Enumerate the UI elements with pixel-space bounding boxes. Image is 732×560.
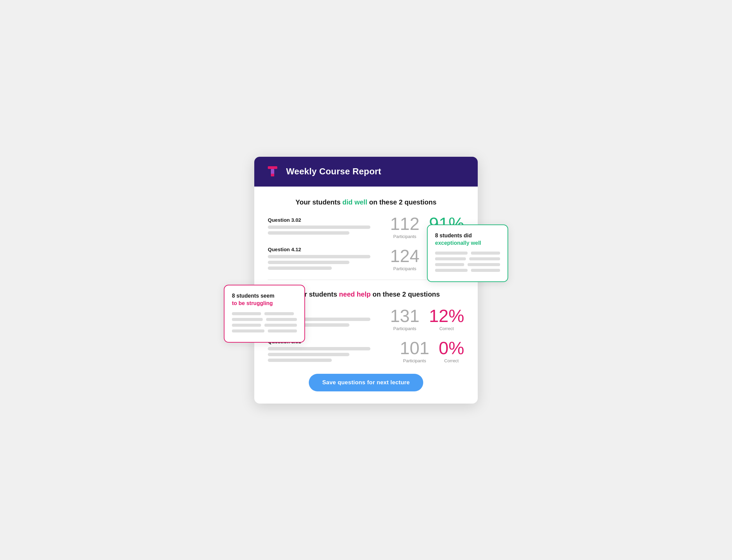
heading-suffix: on these 2 questions (367, 198, 436, 206)
participants-label: Participants (390, 326, 419, 331)
participants-number: 112 (390, 215, 419, 233)
float-skel (268, 329, 297, 332)
heading-highlight-green: did well (342, 198, 367, 206)
skeleton (268, 225, 370, 229)
float-skel (264, 324, 297, 327)
correct-block: 0% Correct (439, 339, 464, 363)
floating-well-highlight: exceptionally well (435, 240, 481, 246)
float-skel (435, 257, 466, 260)
float-skel-row-2 (232, 318, 297, 321)
float-skel (232, 312, 261, 315)
float-skel (232, 324, 261, 327)
float-skel-row-1 (232, 312, 297, 315)
float-skel (264, 312, 294, 315)
floating-struggling-highlight: to be struggling (232, 300, 273, 306)
skeleton (268, 231, 349, 235)
skeleton (268, 359, 332, 362)
help-highlight-pink: need help (339, 290, 370, 298)
save-button-wrap: Save questions for next lecture (268, 374, 464, 391)
skeleton (268, 255, 370, 258)
logo-icon (265, 164, 280, 179)
float-skel-row-4 (232, 329, 297, 332)
header-title: Weekly Course Report (286, 166, 381, 177)
correct-label: Correct (429, 326, 464, 331)
floating-well-title: 8 students did exceptionally well (435, 232, 500, 247)
skeleton (268, 347, 370, 350)
float-skel (232, 318, 263, 321)
float-skel (468, 263, 500, 266)
skeleton (268, 266, 332, 270)
skeleton (268, 261, 349, 264)
question-412-label: Question 4.12 (268, 246, 384, 252)
correct-number: 12% (429, 307, 464, 325)
did-well-heading: Your students did well on these 2 questi… (268, 197, 464, 207)
float-skeleton-row-1 (435, 252, 500, 255)
heading-prefix: Your students (296, 198, 343, 206)
float-skel (435, 252, 468, 255)
floating-struggling-title: 8 students seem to be struggling (232, 292, 297, 307)
participants-label: Participants (390, 266, 419, 271)
floating-struggling-prefix: 8 students (232, 293, 260, 299)
participants-number: 124 (390, 247, 419, 265)
participants-block: 101 Participants (400, 339, 429, 363)
question-412-info: Question 4.12 (268, 246, 384, 272)
participants-number: 131 (390, 307, 419, 325)
float-skel (471, 269, 500, 272)
participants-block: 124 Participants (390, 247, 419, 271)
floating-struggling-middle: seem (260, 293, 274, 299)
float-skel-row-3 (232, 324, 297, 327)
participants-block: 112 Participants (390, 215, 419, 239)
float-skeleton-row-2 (435, 257, 500, 260)
float-skeleton-row-4 (435, 269, 500, 272)
float-skel (266, 318, 297, 321)
svg-rect-2 (271, 174, 274, 176)
correct-label: Correct (439, 358, 464, 363)
float-skel (471, 252, 500, 255)
floating-well-card: 8 students did exceptionally well (427, 224, 508, 282)
question-801-stats: 101 Participants 0% Correct (390, 339, 464, 363)
question-302-label: Question 3.02 (268, 217, 384, 223)
question-302-info: Question 3.02 (268, 217, 384, 237)
svg-rect-0 (268, 166, 277, 169)
question-612-stats: 131 Participants 12% Correct (390, 307, 464, 331)
participants-number: 101 (400, 339, 429, 357)
float-skel (232, 329, 264, 332)
header: Weekly Course Report (254, 157, 478, 187)
correct-number: 0% (439, 339, 464, 357)
participants-block: 131 Participants (390, 307, 419, 331)
float-skel (435, 269, 468, 272)
participants-label: Participants (390, 234, 419, 239)
float-skeleton-row-3 (435, 263, 500, 266)
float-skel (435, 263, 464, 266)
skeleton (268, 353, 349, 356)
float-skel (469, 257, 500, 260)
floating-well-prefix: 8 students did (435, 233, 472, 238)
participants-label: Participants (400, 358, 429, 363)
floating-struggling-card: 8 students seem to be struggling (224, 285, 305, 343)
save-button[interactable]: Save questions for next lecture (309, 374, 423, 391)
scene: 8 students did exceptionally well 8 stud… (227, 157, 505, 404)
correct-block: 12% Correct (429, 307, 464, 331)
help-suffix: on these 2 questions (371, 290, 440, 298)
